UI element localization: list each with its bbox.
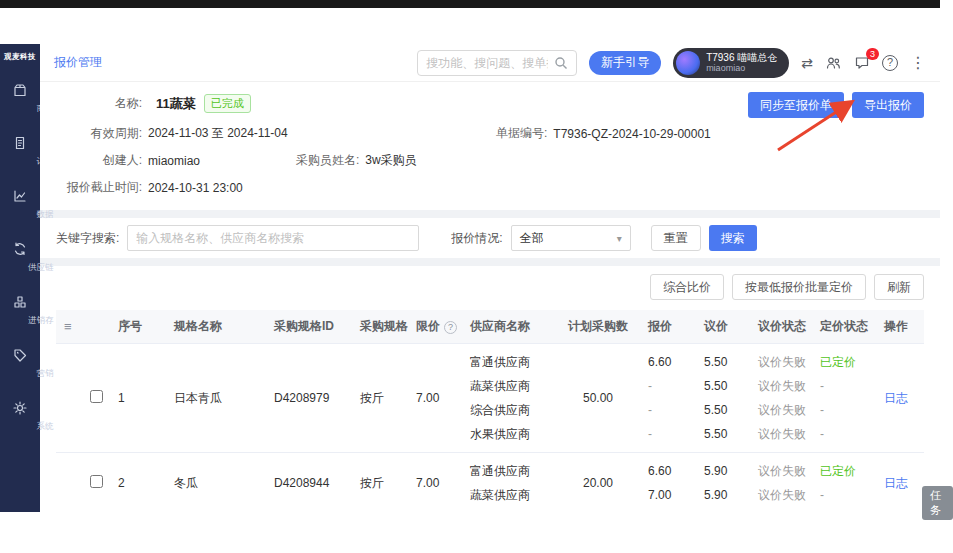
keyword-search-input[interactable] [127,225,419,251]
nego-status-cell: 议价失败 [750,398,812,422]
search-input[interactable] [426,56,548,70]
limit-info-icon[interactable]: ? [444,321,457,334]
switch-account-icon[interactable]: ⇄ [801,55,813,71]
col-header-plan_qty: 计划采购数 [556,310,640,344]
quote-cell: 6.60 [640,453,696,484]
app-logo[interactable]: 观麦科技 [3,44,37,72]
buyer-value: 3w采购员 [365,152,416,169]
keyword-label: 关键字搜索: [56,230,119,247]
select-all-header [82,310,110,344]
spec-unit-cell: 按斤 [352,453,408,513]
sidebar-menu: 商品订单数据供应链进销存营销系统 [0,72,40,443]
user-name: T7936 喵喵总仓 [706,52,777,64]
col-header-nego: 议价 [696,310,750,344]
plan-qty-cell: 50.00 [556,344,640,453]
deadline-value: 2024-10-31 23:00 [148,181,243,195]
contacts-icon[interactable] [825,55,842,71]
sidebar-item-orders[interactable]: 订单 [0,125,40,178]
price-status-cell: 已定价 [812,453,876,484]
content-area: 名称: 11蔬菜 已完成 同步至报价单 导出报价 有效周期: 2024-11-0… [40,82,940,512]
spec-id-cell: D4208944 [266,453,352,513]
supplier-row: 2冬瓜D4208944按斤7.00富通供应商20.006.605.90议价失败已… [56,453,924,484]
nego-cell: 5.90 [696,483,750,512]
message-count-badge: 3 [866,48,879,60]
supplier-name-cell: 富通供应商 [462,344,556,375]
price-status-cell: 已定价 [812,344,876,375]
creator-value: miaomiao [148,154,200,168]
nego-status-cell: 议价失败 [750,344,812,375]
price-status-cell: - [812,422,876,453]
limit-cell: 7.00 [408,453,462,513]
supplier-name-cell: 蔬菜供应商 [462,483,556,512]
export-quote-button[interactable]: 导出报价 [852,92,924,118]
reset-button[interactable]: 重置 [651,225,701,251]
sidebar-item-label: 进销存 [0,314,54,326]
goods-icon [12,82,28,98]
sidebar-item-data[interactable]: 数据 [0,178,40,231]
beginner-guide-button[interactable]: 新手引导 [589,51,661,75]
sidebar-item-inventory[interactable]: 进销存 [0,284,40,337]
user-account-chip[interactable]: T7936 喵喵总仓 miaomiao [673,48,789,78]
quote-table-body: 1日本青瓜D4208979按斤7.00富通供应商50.006.605.50议价失… [56,344,924,513]
quote-cell: - [640,422,696,453]
user-subname: miaomiao [706,63,777,73]
compare-prices-button[interactable]: 综合比价 [650,274,724,300]
blank-strip [0,8,940,44]
expand-cell [56,344,82,453]
doc-no-value: T7936-QZ-2024-10-29-00001 [553,127,710,141]
sync-to-quotation-button[interactable]: 同步至报价单 [748,92,844,118]
sidebar-item-system[interactable]: 系统 [0,390,40,443]
row-checkbox[interactable] [90,475,103,488]
limit-cell: 7.00 [408,344,462,453]
quote-cell: - [640,398,696,422]
top-header: 报价管理 新手引导 T7936 喵喵总仓 miaomiao [40,44,940,82]
spec-name-cell: 日本青瓜 [166,344,266,453]
search-icon[interactable] [554,56,568,70]
sidebar-item-marketing[interactable]: 营销 [0,337,40,390]
search-button[interactable]: 搜索 [709,225,757,251]
sidebar-item-goods[interactable]: 商品 [0,72,40,125]
col-header-seq: 序号 [110,310,166,344]
quote-table: ≡序号规格名称采购规格ID采购规格限价?供应商名称计划采购数报价议价议价状态定价… [56,310,924,512]
messages-icon[interactable]: 3 [854,55,870,71]
nego-cell: 5.90 [696,453,750,484]
batch-lowest-price-button[interactable]: 按最低报价批量定价 [732,274,866,300]
avatar [676,51,700,75]
nego-cell: 5.50 [696,398,750,422]
browser-top-bar [0,0,940,8]
log-link[interactable]: 日志 [884,476,908,490]
deadline-label: 报价截止时间: [56,179,142,196]
more-menu-icon[interactable]: ⋮ [910,53,926,72]
spec-id-cell: D4208979 [266,344,352,453]
sidebar-item-supply-chain[interactable]: 供应链 [0,231,40,284]
col-header-supplier: 供应商名称 [462,310,556,344]
refresh-button[interactable]: 刷新 [874,274,924,300]
supplier-name-cell: 水果供应商 [462,422,556,453]
chevron-down-icon: ▾ [617,233,622,244]
expand-all-header[interactable]: ≡ [56,310,82,344]
col-header-spec_id: 采购规格ID [266,310,352,344]
quote-status-select[interactable]: 全部 ▾ [511,225,631,251]
quote-status-label: 报价情况: [451,230,502,247]
table-header-row: ≡序号规格名称采购规格ID采购规格限价?供应商名称计划采购数报价议价议价状态定价… [56,310,924,344]
breadcrumb[interactable]: 报价管理 [54,54,102,71]
orders-icon [12,135,28,151]
seq-cell: 1 [110,344,166,453]
period-value: 2024-11-03 至 2024-11-04 [148,125,288,142]
supplier-name-cell: 综合供应商 [462,398,556,422]
expand-cell [56,453,82,513]
global-search[interactable] [417,50,577,76]
help-icon[interactable]: ? [882,55,898,71]
log-link[interactable]: 日志 [884,391,908,405]
supply-chain-icon [12,241,28,257]
row-checkbox[interactable] [90,390,103,403]
task-tab[interactable]: 任务 [922,486,953,520]
col-header-spec_name: 规格名称 [166,310,266,344]
nego-cell: 5.50 [696,344,750,375]
log-action-cell: 日志 [876,453,924,513]
nego-status-cell: 议价失败 [750,374,812,398]
quote-status-value: 全部 [520,230,544,247]
sidebar-item-label: 供应链 [0,261,54,273]
filter-bar: 关键字搜索: 报价情况: 全部 ▾ 重置 搜索 [40,218,940,258]
log-action-cell: 日志 [876,344,924,453]
